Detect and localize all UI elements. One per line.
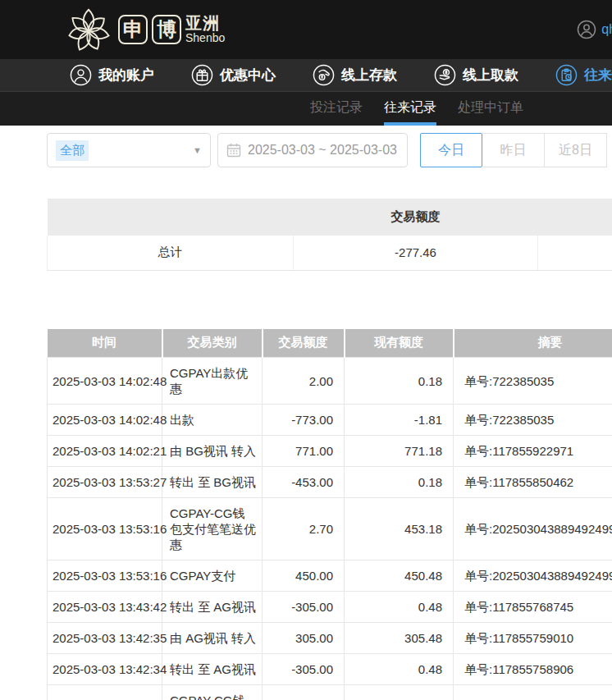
type-select-value: 全部 (56, 140, 89, 161)
cell-time: 2025-03-03 13:42:35 (48, 623, 162, 654)
cell-time: 2025-03-03 14:02:21 (48, 436, 162, 467)
records-header-row: 时间交易类别交易额度现有额度摘要 (48, 329, 612, 358)
cell-summary: 单号:722385035 (454, 358, 612, 405)
tab-处理中订单[interactable]: 处理中订单 (458, 92, 523, 126)
subnav-tab-label: 投注记录 (310, 99, 363, 117)
subnav-tab-label: 处理中订单 (458, 99, 523, 117)
date-range-input[interactable]: 2025-03-03 ~ 2025-03-03 (217, 133, 408, 167)
summary-header-empty2 (538, 199, 612, 236)
quick-button-今日[interactable]: 今日 (420, 133, 482, 167)
quick-button-昨日[interactable]: 昨日 (482, 133, 545, 167)
summary-header-empty (48, 199, 294, 236)
cell-time: 2025-03-03 14:02:48 (48, 405, 162, 436)
cell-balance: -1.81 (345, 405, 454, 436)
cell-time: 2025-03-03 13:43:42 (48, 592, 162, 623)
summary-total-label: 总计 (48, 236, 294, 270)
user-account[interactable]: qhh (577, 20, 612, 39)
summary-header-amount: 交易额度 (294, 199, 538, 236)
cell-balance: 0.48 (345, 592, 454, 623)
cell-balance: 0.18 (345, 467, 454, 498)
cell-type: 出款 (162, 405, 263, 436)
summary-section: 交易额度 总计 -277.46 (47, 199, 612, 271)
tab-往来记录[interactable]: 往来记录 (384, 92, 436, 126)
cell-summary: 单号:117855850462 (454, 467, 612, 498)
cell-amount: 2.70 (263, 498, 345, 560)
table-row: 2025-03-03 14:02:48 出款 -773.00 -1.81 单号:… (48, 405, 612, 436)
brand-logo[interactable]: 申 博 亚洲 Shenbo (66, 5, 225, 54)
cell-amount: -305.00 (263, 592, 345, 623)
cell-type: CGPAY-CG钱包支付笔笔送优惠 (162, 498, 263, 560)
table-row: 2025-03-03 13:42:34 转出 至 AG视讯 -305.00 0.… (48, 654, 612, 685)
cell-summary: 单号:117855768745 (454, 592, 612, 623)
cell-type: CGPAY支付 (162, 560, 263, 592)
cell-balance: 450.48 (345, 560, 454, 592)
cell-type: 由 AG视讯 转入 (162, 623, 263, 654)
nav-item-label: 优惠中心 (220, 66, 276, 85)
nav-item-我的账户[interactable]: 我的账户 (70, 64, 154, 86)
records-column-header: 摘要 (454, 329, 612, 358)
cell-summary: 单号:202503043889492499 (454, 498, 612, 560)
quick-button-近8日[interactable]: 近8日 (545, 133, 607, 167)
logo-flower-icon (66, 5, 112, 54)
nav-item-线上取款[interactable]: 线上取款 (434, 64, 518, 86)
cell-summary: 单号:117855922971 (454, 436, 612, 467)
logo-name-en: Shenbo (185, 32, 225, 44)
chevron-down-icon: ▼ (193, 145, 202, 155)
cell-balance: 771.18 (345, 436, 454, 467)
table-row: 2025-03-03 13:43:42 转出 至 AG视讯 -305.00 0.… (48, 592, 612, 623)
tab-投注记录[interactable]: 投注记录 (310, 92, 363, 126)
cell-type: 转出 至 AG视讯 (162, 592, 263, 623)
cell-type: CGPAY出款优惠 (162, 358, 263, 405)
cell-type: CGPAY-CG钱包支付笔笔送优惠 (162, 685, 263, 700)
cell-type: 由 BG视讯 转入 (162, 436, 263, 467)
records-column-header: 交易额度 (263, 329, 345, 358)
nav-item-优惠中心[interactable]: 优惠中心 (191, 64, 276, 86)
cell-summary: 单号:117855758906 (454, 654, 612, 685)
cell-type: 转出 至 BG视讯 (162, 467, 263, 498)
page: 申 博 亚洲 Shenbo qhh 我的账户 优惠中心 线上存 (0, 0, 612, 700)
cell-summary: 单号:202503043889482570 (454, 685, 612, 700)
type-select[interactable]: 全部 ▼ (47, 133, 211, 167)
cell-balance: 305.48 (345, 685, 454, 700)
table-row: 2025-03-03 13:53:27 转出 至 BG视讯 -453.00 0.… (48, 467, 612, 498)
nav-item-label: 我的账户 (98, 66, 154, 85)
cell-time: 2025-03-03 13:42:34 (48, 654, 162, 685)
cell-time: 2025-03-03 13:42:19 (48, 685, 162, 700)
nav-item-往来记录[interactable]: 往来记录 (555, 64, 612, 86)
records-table: 时间交易类别交易额度现有额度摘要 2025-03-03 14:02:48 CGP… (47, 329, 612, 700)
filter-bar: 全部 ▼ 2025-03-03 ~ 2025-03-03 今日 昨日 近8日 (47, 133, 612, 167)
cell-summary: 单号:722385035 (454, 405, 612, 436)
logo-region: 亚洲 (185, 15, 225, 32)
cell-amount: -453.00 (263, 467, 345, 498)
summary-total-empty (538, 236, 612, 270)
records-column-header: 现有额度 (345, 329, 454, 358)
summary-total-value: -277.46 (294, 236, 538, 270)
cell-amount: 450.00 (263, 560, 345, 592)
sub-nav: 投注记录 往来记录 处理中订单 (0, 92, 612, 126)
cell-amount: 1.80 (263, 685, 345, 700)
user-icon (70, 64, 92, 86)
cell-time: 2025-03-03 13:53:16 (48, 498, 162, 560)
records-icon (555, 64, 578, 86)
quick-date-buttons: 今日 昨日 近8日 (420, 133, 607, 167)
records-column-header: 时间 (48, 329, 162, 358)
cell-amount: -773.00 (263, 405, 345, 436)
cell-amount: 2.00 (263, 358, 345, 405)
table-row: 2025-03-03 14:02:21 由 BG视讯 转入 771.00 771… (48, 436, 612, 467)
calendar-icon (226, 143, 241, 158)
records-column-header: 交易类别 (162, 329, 263, 358)
gift-icon (191, 64, 213, 86)
cell-time: 2025-03-03 13:53:16 (48, 560, 162, 592)
cell-balance: 0.18 (345, 358, 454, 405)
table-row: 2025-03-03 14:02:48 CGPAY出款优惠 2.00 0.18 … (48, 358, 612, 405)
subnav-tab-label: 往来记录 (384, 99, 436, 117)
logo-char-shen: 申 (118, 15, 148, 44)
date-range-value: 2025-03-03 ~ 2025-03-03 (248, 143, 397, 158)
cell-balance: 0.48 (345, 654, 454, 685)
summary-table: 交易额度 总计 -277.46 (47, 199, 612, 271)
cell-type: 转出 至 AG视讯 (162, 654, 263, 685)
nav-item-label: 往来记录 (584, 66, 612, 85)
nav-item-线上存款[interactable]: 线上存款 (313, 64, 397, 86)
nav-item-label: 线上存款 (341, 66, 397, 85)
cell-balance: 453.18 (345, 498, 454, 560)
